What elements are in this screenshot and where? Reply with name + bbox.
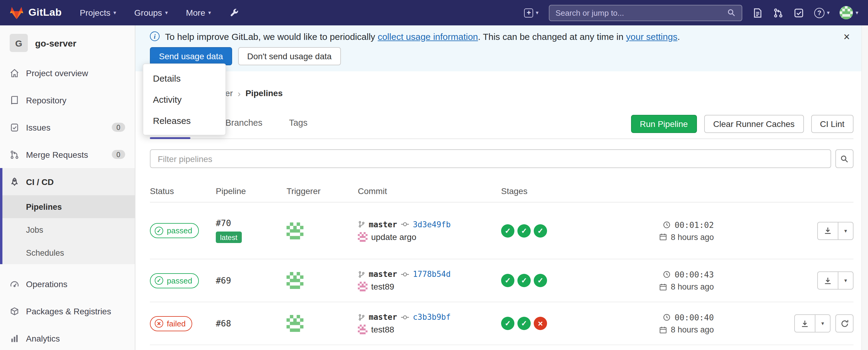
scrollbar-gutter[interactable] [861, 25, 868, 350]
stage-status-icon[interactable] [534, 317, 547, 330]
usage-data-banner: i To help improve GitLab, we would like … [135, 25, 868, 71]
issues-icon[interactable] [752, 7, 763, 18]
commit-message-link[interactable]: test88 [371, 325, 394, 335]
close-icon[interactable]: × [843, 31, 850, 42]
help-icon: ? [814, 7, 825, 18]
dont-send-usage-data-button[interactable]: Don't send usage data [238, 47, 341, 65]
user-menu[interactable]: ▾ [840, 6, 858, 19]
more-menu[interactable]: More ▾ [186, 8, 211, 18]
sidebar-item-packages[interactable]: Packages & Registries [0, 297, 135, 325]
triggerer-avatar[interactable] [286, 272, 358, 289]
sidebar-item-project-overview[interactable]: Project overview [0, 59, 135, 87]
status-badge[interactable]: failed [150, 316, 192, 331]
sidebar-item-issues[interactable]: Issues 0 [0, 114, 135, 141]
sidebar-item-merge-requests[interactable]: Merge Requests 0 [0, 141, 135, 168]
stage-status-icon[interactable] [501, 224, 515, 237]
calendar-icon [658, 326, 667, 334]
calendar-icon [658, 233, 667, 241]
chevron-down-icon: ▾ [208, 10, 211, 15]
chevron-down-icon[interactable]: ▾ [838, 222, 853, 239]
ci-lint-button[interactable]: CI Lint [811, 115, 854, 133]
search-input[interactable] [556, 8, 722, 17]
merge-requests-icon[interactable] [773, 7, 783, 18]
commit-message-link[interactable]: update argo [371, 232, 416, 242]
download-icon[interactable] [818, 272, 838, 289]
branch-link[interactable]: master [369, 220, 397, 229]
download-icon[interactable] [795, 315, 815, 332]
stage-status-icon[interactable] [534, 274, 547, 287]
project-header[interactable]: G go-server [0, 25, 135, 59]
status-badge[interactable]: passed [150, 223, 199, 238]
sidebar-item-operations[interactable]: Operations [0, 270, 135, 297]
home-icon [10, 68, 19, 78]
pipeline-id[interactable]: #70 [216, 218, 286, 228]
projects-menu[interactable]: Projects ▾ [80, 8, 116, 18]
run-pipeline-button[interactable]: Run Pipeline [631, 115, 697, 133]
pipeline-id[interactable]: #68 [216, 319, 286, 328]
sidebar-subitem-schedules[interactable]: Schedules [2, 241, 135, 264]
project-name: go-server [35, 38, 76, 48]
stage-status-icon[interactable] [534, 224, 547, 237]
sidebar-subitem-jobs[interactable]: Jobs [2, 218, 135, 241]
filter-pipelines-input[interactable] [150, 149, 831, 168]
stage-status-icon[interactable] [501, 317, 515, 330]
main-content: i To help improve GitLab, we would like … [135, 25, 868, 350]
stage-status-icon[interactable] [518, 274, 531, 287]
dropdown-item-details[interactable]: Details [143, 68, 225, 89]
pipelines-table: Status Pipeline Triggerer Commit Stages … [150, 178, 854, 346]
dropdown-item-releases[interactable]: Releases [143, 110, 225, 131]
navbar-right: + ▾ [524, 4, 858, 21]
branch-link[interactable]: master [369, 313, 397, 322]
chevron-down-icon[interactable]: ▾ [838, 272, 853, 289]
filter-search-button[interactable] [835, 149, 854, 168]
status-label: passed [167, 276, 192, 285]
new-menu[interactable]: + ▾ [524, 8, 538, 17]
navbar-left: GitLab Projects ▾ Groups ▾ More ▾ [10, 6, 239, 20]
commit-message-link[interactable]: test89 [371, 282, 394, 292]
gitlab-home-link[interactable]: GitLab [10, 6, 62, 20]
commit-author-avatar[interactable] [358, 282, 368, 292]
sidebar-item-label: Analytics [26, 333, 60, 343]
send-usage-data-button[interactable]: Send usage data [150, 47, 232, 65]
triggerer-avatar[interactable] [286, 222, 358, 239]
status-badge[interactable]: passed [150, 273, 199, 288]
commit-author-avatar[interactable] [358, 325, 368, 335]
chevron-down-icon: ▾ [827, 10, 830, 15]
retry-pipeline-button[interactable] [835, 315, 854, 333]
gauge-icon [10, 279, 19, 289]
triggerer-avatar[interactable] [286, 315, 358, 332]
sidebar-item-analytics[interactable]: Analytics [0, 325, 135, 350]
sidebar-item-cicd[interactable]: CI / CD [2, 168, 135, 195]
tab-tags[interactable]: Tags [286, 103, 310, 138]
breadcrumb: G go-server › Pipelines [181, 87, 854, 99]
commit-sha-link[interactable]: 3d3e49fb [413, 220, 451, 229]
help-menu[interactable]: ? ▾ [814, 7, 830, 18]
groups-menu[interactable]: Groups ▾ [134, 8, 168, 18]
collect-usage-link[interactable]: collect usage information [378, 31, 478, 41]
table-row: passed #69 [150, 260, 854, 303]
download-icon[interactable] [818, 222, 838, 239]
commit-sha-link[interactable]: c3b3b9bf [413, 313, 451, 322]
commit-author-avatar[interactable] [358, 232, 368, 242]
commit-sha-link[interactable]: 1778b54d [413, 270, 451, 279]
stage-status-icon[interactable] [518, 317, 531, 330]
your-settings-link[interactable]: your settings [626, 31, 677, 41]
admin-wrench-icon[interactable] [229, 8, 239, 18]
chevron-down-icon[interactable]: ▾ [815, 315, 830, 332]
sidebar-item-repository[interactable]: Repository [0, 87, 135, 114]
pipeline-id[interactable]: #69 [216, 276, 286, 286]
stage-status-icon[interactable] [518, 224, 531, 237]
sidebar-subitem-pipelines[interactable]: Pipelines [2, 195, 135, 218]
todos-icon[interactable] [794, 7, 804, 18]
clear-runner-caches-button[interactable]: Clear Runner Caches [704, 115, 804, 133]
banner-text-1: To help improve GitLab, we would like to… [165, 31, 378, 41]
branch-link[interactable]: master [369, 270, 397, 279]
gitlab-wordmark: GitLab [28, 7, 62, 19]
banner-actions: Send usage data Don't send usage data [150, 47, 854, 65]
tab-branches[interactable]: Branches [223, 103, 265, 138]
projects-menu-label: Projects [80, 8, 110, 18]
sidebar-subitem-label: Schedules [26, 248, 64, 257]
dropdown-item-activity[interactable]: Activity [143, 89, 225, 110]
clock-icon [662, 271, 671, 279]
stage-status-icon[interactable] [501, 274, 515, 287]
